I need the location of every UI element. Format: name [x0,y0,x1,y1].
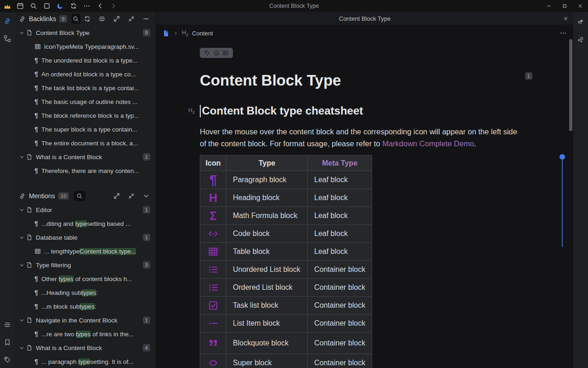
doc-title-badge[interactable]: 1 [525,72,532,80]
block-tree-item[interactable]: ¶...m block subtypes: [15,299,156,313]
block-tree-item[interactable]: ¶...diting and typesetting based ... [15,217,156,230]
outline-panel-icon[interactable] [4,321,11,328]
table-icon [34,248,41,254]
collapse-all-icon[interactable] [128,192,135,200]
tab-document[interactable]: Content Block Type [339,15,391,22]
daily-note-icon[interactable] [17,2,24,10]
tree-item-label: Therefore, there are many conten... [41,167,139,174]
sync-icon[interactable] [70,2,77,10]
doc-emoji-icon[interactable] [213,50,220,56]
heading-gutter-label[interactable]: H2 [188,107,195,115]
doc-tree-item[interactable]: Type filtering3 [15,258,156,272]
table-row: ¶Paragraph blockLeaf block [200,171,372,189]
inbox-panel-icon[interactable] [577,18,584,26]
block-tree-item[interactable]: ¶... paragraph typesetting. It is of... [15,355,156,368]
ordered-list-icon: 123 [208,282,219,293]
crown-icon[interactable] [3,2,11,11]
doc-tree-item[interactable]: Navigate in the Content Block1 [15,313,156,327]
doc-tree-item[interactable]: What is a Content Block4 [15,341,156,355]
relations-panel-icon[interactable] [577,36,584,43]
forward-icon[interactable] [110,2,117,10]
table-row: ”Blockquote blockContainer block [200,333,372,354]
block-tree-item[interactable]: ¶Other types of content blocks h... [15,272,156,286]
tab-close-icon[interactable] [563,16,569,22]
collapse-all-icon[interactable] [128,15,135,23]
chevron-down-icon[interactable] [19,345,25,351]
paragraph[interactable]: Hover the mouse over the content block a… [200,126,524,150]
doc-banner-icon[interactable] [222,50,229,56]
heading-text[interactable]: Content Block type cheatsheet [202,104,363,117]
doc-tree-item[interactable]: Database table1 [15,230,156,244]
close-icon[interactable] [572,0,588,12]
block-tree-item[interactable]: ¶...re are two types of links in the... [15,327,156,341]
titlebar-toolbar [17,0,117,12]
icon-cell [200,297,226,315]
editor[interactable]: Content Block Type 1 H2 Content Block ty… [156,48,573,368]
paragraph-link[interactable]: Markdown Complete Demo [382,139,474,148]
count-badge: 1 [143,234,150,241]
backlinks-search-button[interactable] [72,14,80,24]
chevron-down-icon[interactable] [19,30,25,36]
table-header-cell: Meta Type [308,155,372,171]
block-tree-item[interactable]: ¶The block reference block is a typ... [15,109,156,122]
block-tree-item[interactable]: ... lengthtypeContent block type... [15,244,156,258]
table-row: Table blockLeaf block [200,243,372,261]
minimize-icon[interactable] [541,0,557,12]
search-icon[interactable] [30,2,37,10]
tree-item-label: The entire document is a block, a... [41,140,138,147]
theme-mode-icon[interactable] [57,2,64,10]
paragraph-icon: ¶ [34,358,38,365]
table-row: Super blockContainer block [200,354,372,368]
refresh-icon[interactable] [84,15,91,23]
mentions-count-badge: 10 [58,192,69,200]
block-tree-item[interactable]: ¶The task list block is a type contai... [15,81,156,95]
block-tree-item[interactable]: ¶The basic usage of outline notes ... [15,95,156,109]
back-icon[interactable] [96,2,104,10]
graph-panel-icon[interactable] [4,35,11,42]
math-icon: Σ [209,210,216,222]
layout-icon[interactable] [98,15,106,23]
scrollbar-thumb[interactable] [569,39,572,131]
breadcrumb-heading-label[interactable]: Content [192,30,213,37]
doc-tag-icon[interactable] [204,50,210,56]
doc-tree-item[interactable]: Editor1 [15,203,156,217]
chevron-down-icon[interactable] [19,235,25,241]
chevron-down-icon[interactable] [19,154,25,160]
doc-tree-item[interactable]: Content Block Type8 [15,26,156,40]
flashcard-icon[interactable] [43,2,51,10]
backlinks-panel-icon[interactable] [4,17,11,25]
paragraph-icon: ¶ [34,70,38,78]
maximize-icon[interactable] [557,0,572,12]
expand-all-icon[interactable] [113,15,120,23]
left-dock-bottom [4,311,11,363]
fold-icon[interactable] [142,192,150,200]
min-panel-icon[interactable] [142,15,150,23]
chevron-down-icon[interactable] [19,317,25,323]
block-tree-item[interactable]: ¶The unordered list block is a type... [15,53,156,67]
meta-cell: Leaf block [308,189,372,207]
doc-title-row: Content Block Type 1 [200,72,532,89]
meta-cell: Leaf block [308,207,372,225]
doc-title[interactable]: Content Block Type [200,72,532,89]
block-tree-item[interactable]: ¶Therefore, there are many conten... [15,164,156,178]
breadcrumb-heading-level[interactable]: H2 [182,29,188,37]
icon-cell [200,243,226,261]
expand-all-icon[interactable] [113,192,120,200]
doc-tree-item[interactable]: What is a Content Block1 [15,150,156,164]
document-icon[interactable] [163,30,170,37]
table-header-cell: Icon [200,155,226,171]
block-tree-item[interactable]: IconTypeMeta Typeparagraph.sv... [15,40,156,53]
block-tree-item[interactable]: ¶The entire document is a block, a... [15,136,156,150]
block-tree-item[interactable]: ¶...Heading subtypes: [15,286,156,299]
bookmark-panel-icon[interactable] [4,339,11,346]
block-tree-item[interactable]: ¶An ordered list block is a type co... [15,67,156,81]
more-menu-icon[interactable] [83,2,90,10]
mentions-search-button[interactable] [74,191,85,201]
meta-cell: Container block [308,261,372,279]
block-tree-item[interactable]: ¶The super block is a type contain... [15,122,156,136]
chevron-down-icon[interactable] [19,207,25,213]
tag-panel-icon[interactable] [4,356,11,363]
chevron-down-icon[interactable] [19,262,25,268]
breadcrumb-more-icon[interactable] [560,29,567,37]
tree-item-label: ...diting and typesetting based ... [41,220,130,227]
